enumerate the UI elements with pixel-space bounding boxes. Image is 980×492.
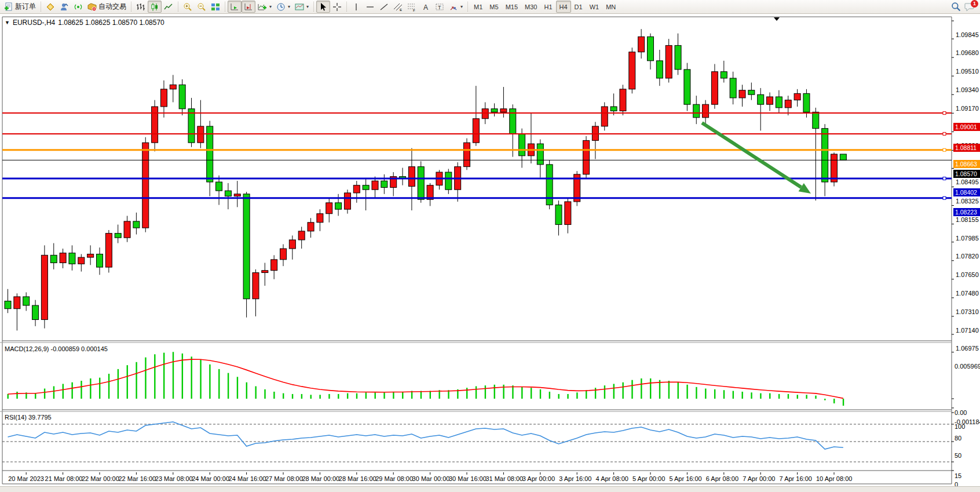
line-handle[interactable] (943, 177, 946, 180)
auto-trading-label: 自动交易 (98, 2, 126, 12)
timeframe-MN[interactable]: MN (602, 1, 619, 13)
line-handle[interactable] (943, 196, 946, 199)
candle-body (675, 45, 681, 69)
time-tick-label: 21 Mar 08:00 (45, 475, 83, 482)
line-handle[interactable] (943, 148, 946, 151)
clock-icon (276, 2, 286, 12)
candle-body (721, 72, 727, 78)
candle-body (665, 45, 672, 78)
toolbar-separator (467, 2, 468, 12)
candle-body (583, 140, 590, 174)
channel-icon: E (393, 2, 403, 12)
arrow-objects-icon (449, 2, 458, 12)
chart-shift-button[interactable] (242, 1, 255, 13)
timeframe-M1[interactable]: M1 (470, 1, 486, 13)
fibonacci-button[interactable]: F (405, 1, 419, 13)
cursor-button[interactable] (316, 1, 330, 13)
horizontal-line-icon (365, 2, 375, 12)
macd-bar (255, 386, 256, 399)
line-handle[interactable] (943, 112, 946, 115)
horizontal-line-button[interactable] (363, 1, 377, 13)
timeframe-M5[interactable]: M5 (486, 1, 502, 13)
text-label-button[interactable]: T (433, 1, 447, 13)
candle-body (491, 109, 498, 112)
timeframe-H1[interactable]: H1 (540, 1, 555, 13)
community-button[interactable] (57, 1, 71, 13)
price-tick-label: 1.06975 (956, 345, 979, 352)
candle-body (50, 255, 57, 263)
dropdown-arrow-icon: ▾ (288, 4, 290, 9)
time-tick-label: 28 Mar 16:00 (339, 475, 376, 482)
macd-bar (733, 391, 734, 399)
quotes-button[interactable] (43, 1, 57, 13)
toolbar-separator (225, 2, 225, 12)
chart-canvas[interactable] (0, 14, 980, 492)
candle-body (87, 254, 94, 257)
line-chart-mode-button[interactable] (162, 1, 175, 13)
macd-bar (347, 393, 348, 399)
macd-bar (237, 377, 238, 399)
auto-scroll-button[interactable] (228, 1, 242, 13)
macd-bar (567, 394, 568, 399)
candle-body (271, 260, 277, 271)
macd-bar (742, 392, 743, 399)
vertical-line-button[interactable] (349, 1, 363, 13)
zoom-out-button[interactable] (195, 1, 209, 13)
candle-body (225, 191, 231, 196)
signals-button[interactable] (71, 1, 85, 13)
macd-bar (338, 394, 339, 399)
line-handle[interactable] (943, 132, 946, 135)
macd-bar (163, 353, 164, 399)
annotation-arrow[interactable] (702, 123, 801, 187)
rsi-tick-label: 80 (955, 435, 961, 442)
text-button[interactable]: A (419, 1, 433, 13)
macd-bar (356, 393, 357, 399)
trendline-button[interactable] (377, 1, 391, 13)
chart-shift-marker-icon[interactable] (774, 17, 780, 21)
tile-windows-button[interactable] (209, 1, 222, 13)
candle-body (758, 94, 764, 104)
timeframe-H4[interactable]: H4 (556, 1, 571, 13)
ohlc-bars-icon (136, 2, 145, 12)
macd-bar (200, 360, 201, 399)
candle-body (78, 257, 85, 264)
rsi-name: RSI(14) (5, 414, 27, 421)
periods-button[interactable]: ▾ (274, 1, 292, 13)
candle-body (473, 119, 479, 143)
macd-tick-label: 0.00 (955, 409, 967, 416)
zoom-in-button[interactable] (181, 1, 195, 13)
templates-button[interactable]: ▾ (292, 1, 311, 13)
timeframe-M15[interactable]: M15 (502, 1, 521, 13)
notifications-button[interactable]: 1 (964, 2, 975, 12)
ohlc-values: 1.08625 1.08625 1.08570 1.08570 (58, 19, 164, 27)
equidistant-channel-button[interactable]: E (391, 1, 405, 13)
chart-title[interactable]: ▼ EURUSD-,H4 1.08625 1.08625 1.08570 1.0… (5, 19, 164, 27)
search-icon[interactable] (951, 2, 961, 12)
timeframe-W1[interactable]: W1 (586, 1, 603, 13)
macd-bar (485, 385, 486, 399)
candle-body (170, 85, 176, 89)
new-order-button[interactable]: 新订单 (2, 1, 38, 13)
candle-body (418, 167, 424, 200)
crosshair-button[interactable] (330, 1, 344, 13)
macd-bar (833, 399, 835, 403)
macd-bar (145, 358, 146, 399)
auto-trading-button[interactable]: 自动交易 (85, 1, 129, 13)
time-tick-label: 6 Apr 08:00 (706, 475, 738, 482)
svg-text:E: E (400, 8, 402, 12)
time-tick-label: 22 Mar 00:00 (82, 475, 119, 482)
macd-label: MACD(12,26,9) -0.000859 0.000145 (5, 345, 108, 352)
candle-body (445, 172, 452, 189)
macd-bar (797, 395, 798, 399)
timeframe-D1[interactable]: D1 (571, 1, 586, 13)
candlestick-mode-button[interactable] (148, 1, 162, 13)
indicators-button[interactable]: ▾ (255, 1, 274, 13)
bar-chart-mode-button[interactable] (134, 1, 148, 13)
arrows-button[interactable]: ▾ (447, 1, 465, 13)
candle-body (188, 109, 195, 143)
macd-name: MACD(12,26,9) (5, 345, 49, 352)
dropdown-arrow-icon: ▾ (306, 4, 309, 9)
time-tick-label: 5 Apr 00:00 (632, 475, 665, 482)
timeframe-M30[interactable]: M30 (521, 1, 540, 13)
macd-bar (678, 382, 679, 399)
